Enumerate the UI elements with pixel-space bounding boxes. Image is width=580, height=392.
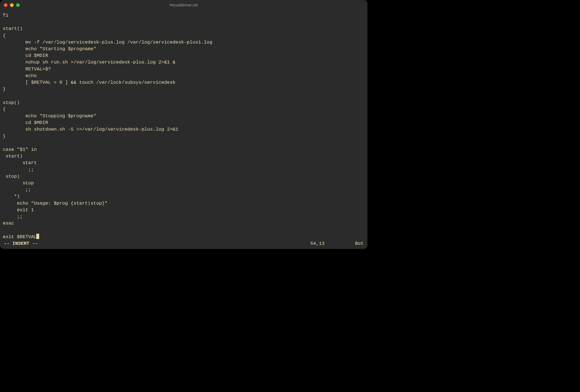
editor-mode: -- INSERT -- <box>4 241 38 246</box>
code-line: ;; <box>3 167 365 173</box>
code-line: echo "Stopping $progname" <box>3 113 365 119</box>
code-line: RETVAL=$? <box>3 66 365 73</box>
code-line: ;; <box>3 213 365 220</box>
code-line <box>3 93 365 99</box>
editor-area[interactable]: fi start(){ mv -f /var/log/servicedesk-p… <box>0 10 367 240</box>
terminal-window: heyvaldemar.net fi start(){ mv -f /var/l… <box>0 0 367 249</box>
code-line: case "$1" in <box>3 146 365 153</box>
code-line: echo <box>3 73 365 79</box>
code-line: fi <box>3 12 365 19</box>
code-line: nohup sh run.sh >/var/log/servicedesk-pl… <box>3 59 365 66</box>
code-line: cd $MDIR <box>3 119 365 126</box>
code-line: esac <box>3 220 365 227</box>
code-line: *) <box>3 193 365 200</box>
code-line: [ $RETVAL = 0 ] && touch /var/lock/subsy… <box>3 79 365 86</box>
code-line: stop <box>3 180 365 187</box>
code-line: ;; <box>3 187 365 193</box>
code-line: echo "Usage: $prog {start|stop}" <box>3 200 365 207</box>
scroll-position: Bot <box>355 241 364 246</box>
cursor-icon <box>36 234 39 239</box>
titlebar: heyvaldemar.net <box>0 0 367 10</box>
code-line: cd $MDIR <box>3 52 365 59</box>
code-line: start <box>3 160 365 166</box>
code-line <box>3 227 365 234</box>
code-line: start) <box>3 153 365 160</box>
code-line: start() <box>3 26 365 32</box>
code-line: exit $RETVAL <box>3 234 365 240</box>
code-line: stop) <box>3 173 365 180</box>
code-line: exit 1 <box>3 207 365 213</box>
window-title: heyvaldemar.net <box>0 3 367 7</box>
status-bar: -- INSERT -- 54,13 Bot <box>0 240 367 249</box>
code-line: mv -f /var/log/servicedesk-plus.log /var… <box>3 39 365 46</box>
code-line: { <box>3 106 365 113</box>
code-line: } <box>3 133 365 140</box>
code-line <box>3 140 365 146</box>
code-line: echo "Starting $progname" <box>3 46 365 52</box>
code-line <box>3 19 365 26</box>
zoom-icon[interactable] <box>16 3 20 7</box>
close-icon[interactable] <box>4 3 7 7</box>
code-line: { <box>3 32 365 39</box>
code-line: sh shutdown.sh -S >>/var/log/servicedesk… <box>3 126 365 133</box>
minimize-icon[interactable] <box>10 3 14 7</box>
cursor-position: 54,13 <box>310 241 324 246</box>
code-line: stop() <box>3 100 365 106</box>
window-controls <box>0 3 20 7</box>
code-line: } <box>3 86 365 93</box>
